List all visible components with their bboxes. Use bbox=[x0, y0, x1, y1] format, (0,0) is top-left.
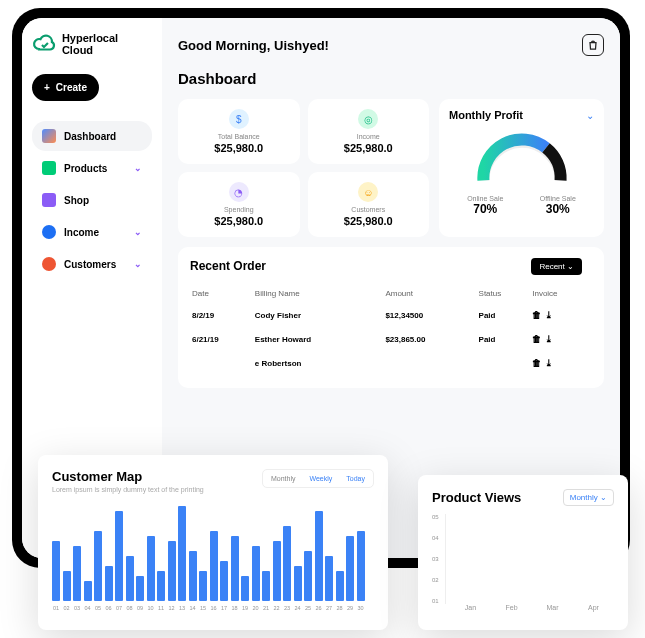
chevron-down-icon: ⌄ bbox=[134, 227, 142, 237]
tab-weekly[interactable]: Weekly bbox=[303, 472, 338, 485]
stats-row: $ Total Balance $25,980.0 ◎ Income $25,9… bbox=[178, 99, 604, 237]
stat-label: Spending bbox=[188, 206, 290, 213]
orders-title: Recent Order bbox=[190, 259, 266, 273]
pv-xaxis: JanFebMarApr bbox=[450, 604, 614, 611]
orders-table: Date Billing Name Amount Status Invoice … bbox=[190, 283, 592, 376]
product-views-filter[interactable]: Monthly ⌄ bbox=[563, 489, 614, 506]
bar bbox=[136, 576, 144, 601]
shopping-bag-icon bbox=[587, 39, 599, 51]
profit-gauge-chart bbox=[467, 129, 577, 189]
sidebar-item-income[interactable]: Income ⌄ bbox=[32, 217, 152, 247]
bar bbox=[336, 571, 344, 601]
stat-label: Customers bbox=[318, 206, 420, 213]
bar bbox=[315, 511, 323, 601]
bar bbox=[115, 511, 123, 601]
stat-value: $25,980.0 bbox=[188, 215, 290, 227]
create-label: Create bbox=[56, 82, 87, 93]
clock-icon: ◔ bbox=[229, 182, 249, 202]
customer-map-title: Customer Map bbox=[52, 469, 204, 484]
bar bbox=[157, 571, 165, 601]
chevron-down-icon: ⌄ bbox=[134, 163, 142, 173]
bar bbox=[63, 571, 71, 601]
tab-today[interactable]: Today bbox=[340, 472, 371, 485]
stat-label: Income bbox=[318, 133, 420, 140]
bar bbox=[84, 581, 92, 601]
bar bbox=[199, 571, 207, 601]
customers-icon bbox=[42, 257, 56, 271]
table-row: e Robertson🗑⤓ bbox=[192, 352, 590, 374]
trash-icon[interactable]: 🗑 bbox=[532, 310, 541, 320]
nav: Dashboard Products ⌄ Shop Income ⌄ bbox=[32, 121, 152, 279]
col-billing: Billing Name bbox=[255, 285, 384, 302]
bar bbox=[273, 541, 281, 601]
shop-icon bbox=[42, 193, 56, 207]
monthly-profit-card: Monthly Profit ⌄ Online Sale bbox=[439, 99, 604, 237]
recent-orders-card: Recent Order Recent ⌄ Date Billing Name … bbox=[178, 247, 604, 388]
nav-label: Customers bbox=[64, 259, 116, 270]
topbar: Good Morning, Uishyed! bbox=[178, 34, 604, 56]
download-icon[interactable]: ⤓ bbox=[545, 358, 553, 368]
bar bbox=[262, 571, 270, 601]
bar bbox=[325, 556, 333, 601]
stat-value: $25,980.0 bbox=[188, 142, 290, 154]
dollar-icon: $ bbox=[229, 109, 249, 129]
filter-label: Monthly bbox=[570, 493, 598, 502]
trash-icon[interactable]: 🗑 bbox=[532, 334, 541, 344]
sidebar-item-customers[interactable]: Customers ⌄ bbox=[32, 249, 152, 279]
bar bbox=[220, 561, 228, 601]
col-date: Date bbox=[192, 285, 253, 302]
nav-label: Products bbox=[64, 163, 107, 174]
customer-map-card: Customer Map Lorem ipsum is simply dummy… bbox=[38, 455, 388, 630]
product-views-chart: 0504030201 bbox=[432, 514, 614, 604]
split-value: 70% bbox=[467, 202, 503, 216]
pv-bars bbox=[445, 514, 614, 604]
sidebar-item-products[interactable]: Products ⌄ bbox=[32, 153, 152, 183]
profit-split: Online Sale 70% Offline Sale 30% bbox=[449, 195, 594, 216]
stats-grid: $ Total Balance $25,980.0 ◎ Income $25,9… bbox=[178, 99, 429, 237]
stat-value: $25,980.0 bbox=[318, 215, 420, 227]
download-icon[interactable]: ⤓ bbox=[545, 310, 553, 320]
bar bbox=[304, 551, 312, 601]
stat-value: $25,980.0 bbox=[318, 142, 420, 154]
bar bbox=[210, 531, 218, 601]
tab-monthly[interactable]: Monthly bbox=[265, 472, 302, 485]
bar bbox=[126, 556, 134, 601]
bar bbox=[189, 551, 197, 601]
split-label: Online Sale bbox=[467, 195, 503, 202]
income-icon bbox=[42, 225, 56, 239]
orders-filter-dropdown[interactable]: Recent ⌄ bbox=[531, 258, 582, 275]
nav-label: Income bbox=[64, 227, 99, 238]
page-title: Dashboard bbox=[178, 70, 604, 87]
offline-sale: Offline Sale 30% bbox=[540, 195, 576, 216]
trash-icon[interactable]: 🗑 bbox=[532, 358, 541, 368]
greeting: Good Morning, Uishyed! bbox=[178, 38, 329, 53]
grid-icon bbox=[42, 129, 56, 143]
sidebar-item-shop[interactable]: Shop bbox=[32, 185, 152, 215]
nav-label: Shop bbox=[64, 195, 89, 206]
col-status: Status bbox=[479, 285, 531, 302]
sidebar-item-dashboard[interactable]: Dashboard bbox=[32, 121, 152, 151]
bar bbox=[52, 541, 60, 601]
col-invoice: Invoice bbox=[532, 285, 590, 302]
bar bbox=[357, 531, 365, 601]
split-label: Offline Sale bbox=[540, 195, 576, 202]
product-views-card: Product Views Monthly ⌄ 0504030201 JanFe… bbox=[418, 475, 628, 630]
col-amount: Amount bbox=[385, 285, 476, 302]
create-button[interactable]: + Create bbox=[32, 74, 99, 101]
chevron-down-icon: ⌄ bbox=[134, 259, 142, 269]
bar bbox=[346, 536, 354, 601]
profit-title: Monthly Profit bbox=[449, 109, 523, 121]
stat-customers: ☺ Customers $25,980.0 bbox=[308, 172, 430, 237]
filter-label: Recent bbox=[539, 262, 564, 271]
bar bbox=[168, 541, 176, 601]
brand-name: Hyperlocal Cloud bbox=[62, 32, 152, 56]
customer-map-xaxis: 0102030405060708091011121314151617181920… bbox=[52, 605, 374, 611]
cart-button[interactable] bbox=[582, 34, 604, 56]
download-icon[interactable]: ⤓ bbox=[545, 334, 553, 344]
nav-label: Dashboard bbox=[64, 131, 116, 142]
stat-spending: ◔ Spending $25,980.0 bbox=[178, 172, 300, 237]
bar bbox=[178, 506, 186, 601]
target-icon: ◎ bbox=[358, 109, 378, 129]
chevron-down-icon[interactable]: ⌄ bbox=[586, 110, 594, 121]
stat-label: Total Balance bbox=[188, 133, 290, 140]
